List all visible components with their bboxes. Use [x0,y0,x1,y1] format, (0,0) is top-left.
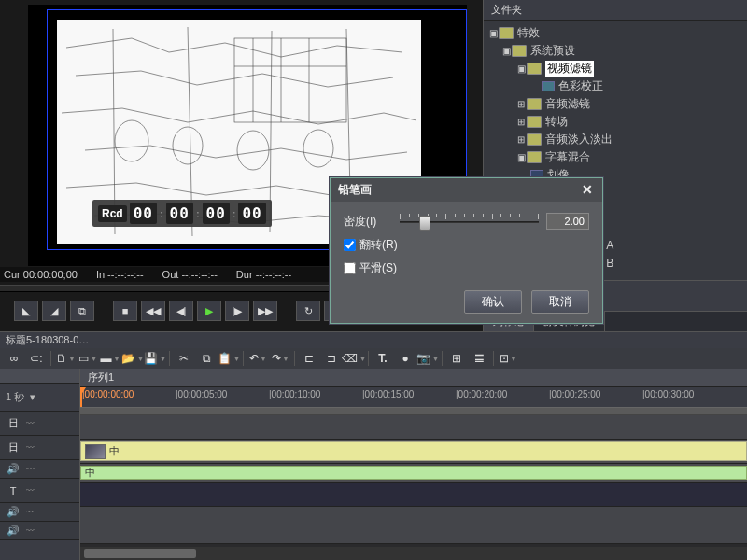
ok-button[interactable]: 确认 [464,290,522,314]
slider-thumb[interactable] [419,216,430,231]
cancel-button[interactable]: 取消 [531,290,589,314]
dialog-titlebar[interactable]: 铅笔画 ✕ [331,178,602,202]
magnet-icon[interactable]: ⊂: [26,350,47,367]
smooth-row: 平滑(S) [344,260,589,276]
copy-icon[interactable]: ⧉ [196,350,217,367]
svg-point-4 [303,130,333,167]
status-cur: Cur 00:00:00;00 [4,269,78,280]
tree-audio-fade[interactable]: ⊞音频淡入淡出 [484,131,747,148]
record-icon[interactable]: ● [395,350,416,367]
grid-icon[interactable]: ⊞ [446,350,467,367]
save-icon[interactable]: 💾▼ [145,350,165,367]
smooth-label: 平滑(S) [359,260,397,276]
tool-ripple[interactable]: ▬▼ [100,350,120,367]
loop-button[interactable]: ↻ [296,301,320,321]
open-icon[interactable]: 📂▼ [122,350,143,367]
timeline-panel: 1 秒 ▾ 日〰 日〰 🔊〰 T〰 🔊〰 🔊〰 序列1 |00:00:00:00… [0,369,747,560]
clip-thumbnail [85,444,106,459]
track-v2-header[interactable]: 日〰 [0,412,79,436]
timeline-ruler[interactable]: |00:00:00:00 |00:00:05:00 |00:00:10:00 |… [80,387,747,408]
tool-blade[interactable]: ▭▼ [78,350,98,367]
play-button[interactable]: ▶ [197,301,221,321]
undo-icon[interactable]: ↶▼ [247,350,268,367]
ruler-tick: |00:00:15:00 [362,389,414,399]
folder-icon [527,63,542,75]
tc-seconds: 00 [203,203,230,224]
stop-button[interactable]: ■ [113,301,137,321]
tree-transitions[interactable]: ⊞转场 [484,113,747,131]
track-a2-lane[interactable] [80,507,747,525]
track-a1-header[interactable]: 🔊〰 [0,460,79,479]
timeline-scrollbar[interactable] [80,547,747,560]
playhead[interactable] [80,387,82,407]
rewind-button[interactable]: ◀◀ [141,301,165,321]
ruler-tick: |00:00:05:00 [176,389,227,399]
sequence-tab[interactable]: 序列1 [80,369,747,387]
title-icon[interactable]: T. [373,350,393,367]
timeline-tracks[interactable]: 序列1 |00:00:00:00 |00:00:05:00 |00:00:10:… [80,369,747,560]
settings-icon[interactable]: 𝌆 [469,350,489,367]
track-v1-lane[interactable]: 中 [80,440,747,464]
project-name[interactable]: 标题5-180308-0… [6,333,89,347]
project-bar: 标题5-180308-0… [0,331,747,348]
svg-point-3 [237,131,269,170]
density-input[interactable] [546,213,589,230]
tool-a-button[interactable]: ◣ [14,301,38,321]
trim-out-icon[interactable]: ⊐ [321,350,342,367]
transport-controls: ◣ ◢ ⧉ ■ ◀◀ ◀| ▶ |▶ ▶▶ ↻ ◧ [14,301,348,321]
track-a3-header[interactable]: 🔊〰 [0,522,79,540]
redo-icon[interactable]: ↷▼ [270,350,290,367]
tree-video-filters[interactable]: ▣视频滤镜 [484,60,747,77]
invert-checkbox[interactable] [344,239,356,251]
ruler-tick: |00:00:30:00 [642,389,694,399]
wave-icon: 〰 [26,442,35,453]
folder-icon [512,45,527,57]
density-slider[interactable] [400,217,539,225]
video-clip[interactable]: 中 [80,441,747,461]
trim-in-icon[interactable]: ⊏ [299,350,319,367]
tree-audio-filters[interactable]: ⊞音频滤镜 [484,95,747,113]
tree-title-mix[interactable]: ▣字幕混合 [484,148,747,166]
next-frame-button[interactable]: |▶ [225,301,249,321]
cut-icon[interactable]: ✂ [174,350,194,367]
tree-root-effects[interactable]: ▣特效 [484,24,747,42]
timeline-scale[interactable]: 1 秒 ▾ [0,384,79,412]
rec-indicator: Rcd [98,205,127,222]
smooth-checkbox[interactable] [344,262,356,274]
prev-frame-button[interactable]: ◀| [169,301,193,321]
link-icon[interactable]: ∞ [4,350,24,367]
close-icon[interactable]: ✕ [580,183,595,198]
pencil-sketch-dialog: 铅笔画 ✕ 密度(I) 翻转(R) 平滑(S) 确认 取消 [330,177,603,324]
paste-icon[interactable]: 📋▼ [218,350,239,367]
tool-c-button[interactable]: ⧉ [70,301,94,321]
audio-clip[interactable]: 中 [80,466,747,480]
track-t-lane[interactable] [80,483,747,507]
track-v2-lane[interactable] [80,415,747,440]
forward-button[interactable]: ▶▶ [253,301,277,321]
scroll-thumb[interactable] [84,549,196,558]
tool-b-button[interactable]: ◢ [42,301,66,321]
tree-color-correction[interactable]: 色彩校正 [484,77,747,95]
track-v1-header[interactable]: 日〰 [0,436,79,460]
density-row: 密度(I) [344,213,589,230]
folder-icon [527,98,542,110]
invert-row: 翻转(R) [344,237,589,253]
tree-system-presets[interactable]: ▣系统预设 [484,42,747,60]
track-a3-lane[interactable] [80,525,747,544]
track-t-header[interactable]: T〰 [0,479,79,503]
new-icon[interactable]: 🗋▼ [55,350,76,367]
invert-label: 翻转(R) [359,237,398,253]
ruler-tick: |00:00:20:00 [456,389,507,399]
layout-icon[interactable]: ⊡▼ [498,350,518,367]
track-a2-header[interactable]: 🔊〰 [0,503,79,522]
timecode-overlay: Rcd 00: 00: 00: 00 [92,200,272,227]
status-in: In --:--:--:-- [96,269,144,280]
ruler-bar[interactable] [80,408,747,415]
camera-icon[interactable]: 📷▼ [417,350,438,367]
track-a1-lane[interactable]: 中 [80,464,747,483]
folder-icon [527,116,542,128]
wave-icon: 〰 [26,485,35,496]
wave-icon: 〰 [26,525,35,536]
delete-icon[interactable]: ⌫▼ [344,350,364,367]
wave-icon: 〰 [26,507,35,517]
